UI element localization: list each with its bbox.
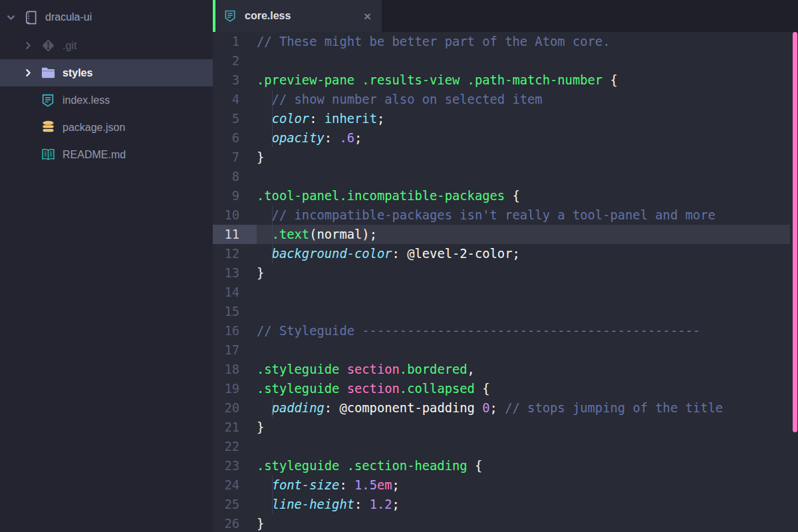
indent-guide-icon bbox=[272, 398, 273, 418]
line-number[interactable]: 9 bbox=[213, 186, 257, 205]
code-line[interactable]: 9.tool-panel.incompatible-packages { bbox=[213, 186, 798, 205]
code-text: } bbox=[257, 263, 790, 283]
tree-view: dracula-ui .git styles bbox=[0, 0, 213, 532]
line-number[interactable]: 5 bbox=[213, 109, 257, 128]
indent-guide-icon bbox=[272, 128, 273, 148]
chevron-right-icon[interactable] bbox=[23, 41, 33, 50]
tree-item-project-root[interactable]: dracula-ui bbox=[0, 3, 213, 32]
line-number[interactable]: 8 bbox=[213, 167, 257, 186]
code-line[interactable]: 3.preview-pane .results-view .path-match… bbox=[213, 70, 798, 90]
code-text bbox=[257, 437, 790, 456]
folder-icon bbox=[40, 65, 56, 80]
line-number[interactable]: 20 bbox=[213, 398, 257, 418]
code-line[interactable]: 14 bbox=[213, 283, 798, 302]
line-number[interactable]: 19 bbox=[213, 379, 257, 398]
code-lines: 1// These might be better part of the At… bbox=[213, 32, 798, 532]
code-text: color: inherit; bbox=[257, 109, 790, 128]
code-line[interactable]: 22 bbox=[213, 437, 798, 456]
tree-item-styles[interactable]: styles bbox=[0, 59, 213, 86]
line-number[interactable]: 21 bbox=[213, 418, 257, 437]
line-number[interactable]: 2 bbox=[213, 51, 257, 70]
tab-title: core.less bbox=[245, 10, 291, 22]
text-editor[interactable]: 1// These might be better part of the At… bbox=[213, 32, 798, 532]
line-number[interactable]: 23 bbox=[213, 456, 257, 475]
indent-guide-icon bbox=[272, 475, 273, 495]
code-line[interactable]: 18.styleguide section.bordered, bbox=[213, 360, 798, 379]
line-number[interactable]: 7 bbox=[213, 148, 257, 167]
repo-book-icon bbox=[23, 10, 39, 25]
close-icon[interactable]: × bbox=[364, 10, 371, 23]
line-number[interactable]: 10 bbox=[213, 205, 257, 225]
tree-item-label: .git bbox=[63, 40, 76, 52]
line-number[interactable]: 4 bbox=[213, 90, 257, 109]
line-number[interactable]: 3 bbox=[213, 70, 257, 90]
tree-item-label: package.json bbox=[63, 122, 125, 134]
code-line[interactable]: 24 font-size: 1.5em; bbox=[213, 475, 798, 495]
line-number[interactable]: 14 bbox=[213, 283, 257, 302]
line-number[interactable]: 11 bbox=[213, 225, 257, 244]
code-text: .preview-pane .results-view .path-match-… bbox=[257, 70, 790, 90]
code-text bbox=[257, 283, 790, 302]
indent-guide-icon bbox=[272, 244, 273, 263]
code-text: padding: @component-padding 0; // stops … bbox=[257, 398, 790, 418]
line-number[interactable]: 6 bbox=[213, 128, 257, 148]
code-text bbox=[257, 167, 790, 186]
indent-guide-icon bbox=[272, 225, 273, 244]
code-text: .styleguide section.bordered, bbox=[257, 360, 790, 379]
line-number[interactable]: 15 bbox=[213, 302, 257, 321]
code-line[interactable]: 11 .text(normal); bbox=[213, 225, 798, 244]
tab-core-less[interactable]: core.less × bbox=[213, 0, 382, 32]
code-line[interactable]: 17 bbox=[213, 340, 798, 360]
tree-item-label: README.md bbox=[63, 149, 126, 161]
code-text: } bbox=[257, 514, 790, 532]
line-number[interactable]: 18 bbox=[213, 360, 257, 379]
code-line[interactable]: 6 opacity: .6; bbox=[213, 128, 798, 148]
code-text: } bbox=[257, 148, 790, 167]
code-line[interactable]: 10 // incompatible-packages isn't really… bbox=[213, 205, 798, 225]
tab-bar: core.less × bbox=[213, 0, 798, 32]
line-number[interactable]: 12 bbox=[213, 244, 257, 263]
code-line[interactable]: 8 bbox=[213, 167, 798, 186]
code-line[interactable]: 21} bbox=[213, 418, 798, 437]
code-line[interactable]: 7} bbox=[213, 148, 798, 167]
line-number[interactable]: 1 bbox=[213, 32, 257, 51]
code-text: .styleguide .section-heading { bbox=[257, 456, 790, 475]
line-number[interactable]: 24 bbox=[213, 475, 257, 495]
line-number[interactable]: 13 bbox=[213, 263, 257, 283]
code-text: .text(normal); bbox=[257, 225, 790, 244]
code-line[interactable]: 16// Styleguide ------------------------… bbox=[213, 321, 798, 340]
code-text bbox=[257, 302, 790, 321]
chevron-right-icon[interactable] bbox=[23, 68, 33, 77]
indent-guide-icon bbox=[272, 495, 273, 514]
code-text: font-size: 1.5em; bbox=[257, 475, 790, 495]
tree-item-git[interactable]: .git bbox=[0, 32, 213, 59]
line-number[interactable]: 26 bbox=[213, 514, 257, 532]
readme-icon bbox=[40, 147, 56, 162]
code-line[interactable]: 1// These might be better part of the At… bbox=[213, 32, 798, 51]
code-line[interactable]: 25 line-height: 1.2; bbox=[213, 495, 798, 514]
code-text: line-height: 1.2; bbox=[257, 495, 790, 514]
tree-item-index-less[interactable]: index.less bbox=[0, 86, 213, 114]
tree-item-package-json[interactable]: package.json bbox=[0, 114, 213, 141]
code-line[interactable]: 20 padding: @component-padding 0; // sto… bbox=[213, 398, 798, 418]
code-text bbox=[257, 51, 790, 70]
line-number[interactable]: 22 bbox=[213, 437, 257, 456]
code-line[interactable]: 4 // show number also on selected item bbox=[213, 90, 798, 109]
line-number[interactable]: 25 bbox=[213, 495, 257, 514]
chevron-down-icon[interactable] bbox=[5, 13, 16, 22]
indent-guide-icon bbox=[272, 205, 273, 225]
tree-item-readme-md[interactable]: README.md bbox=[0, 141, 213, 168]
code-line[interactable]: 19.styleguide section.collapsed { bbox=[213, 379, 798, 398]
scrollbar-thumb[interactable] bbox=[793, 32, 797, 432]
line-number[interactable]: 16 bbox=[213, 321, 257, 340]
code-line[interactable]: 5 color: inherit; bbox=[213, 109, 798, 128]
code-line[interactable]: 15 bbox=[213, 302, 798, 321]
code-line[interactable]: 13} bbox=[213, 263, 798, 283]
code-line[interactable]: 26} bbox=[213, 514, 798, 532]
code-line[interactable]: 12 background-color: @level-2-color; bbox=[213, 244, 798, 263]
tree-item-label: index.less bbox=[63, 94, 110, 106]
line-number[interactable]: 17 bbox=[213, 340, 257, 360]
code-line[interactable]: 2 bbox=[213, 51, 798, 70]
code-line[interactable]: 23.styleguide .section-heading { bbox=[213, 456, 798, 475]
tree-item-label: styles bbox=[63, 67, 92, 79]
